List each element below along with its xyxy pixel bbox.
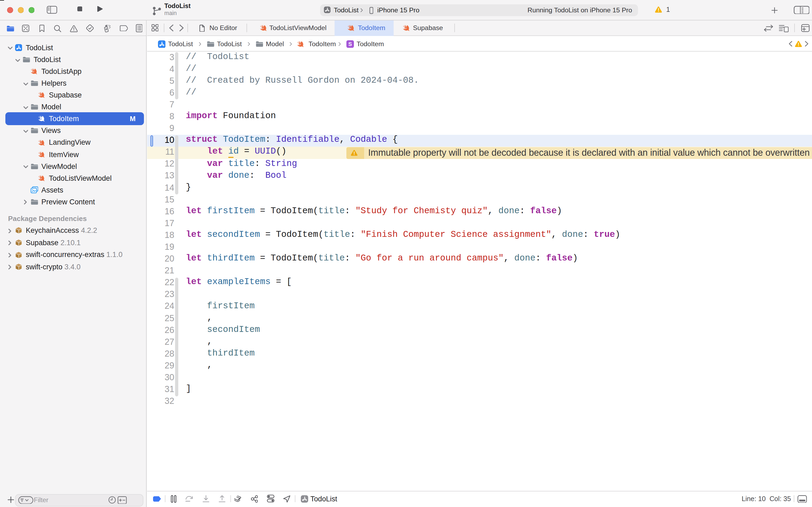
svg-text:S: S [348,41,351,47]
